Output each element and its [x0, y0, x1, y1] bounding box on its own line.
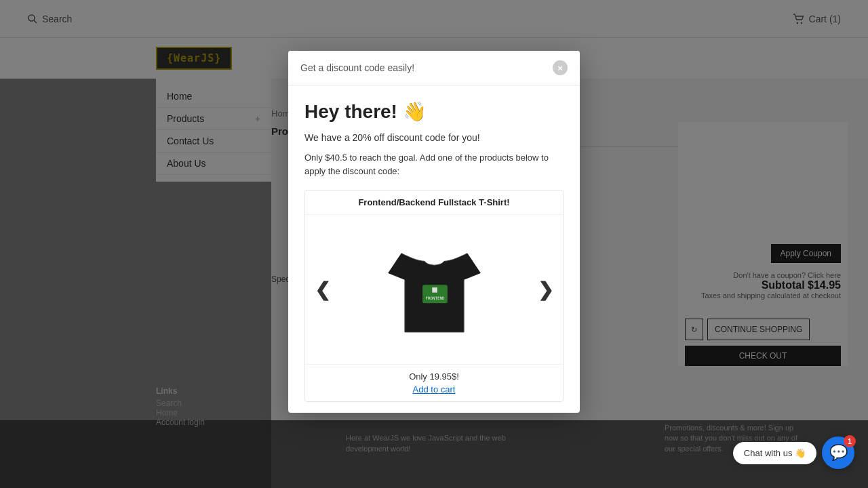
product-price: Only 19.95$! [311, 371, 557, 382]
discount-modal: Get a discount code easily! × Hey there!… [288, 51, 580, 413]
modal-overlay: Get a discount code easily! × Hey there!… [0, 0, 868, 488]
carousel-next-button[interactable]: ❯ [532, 276, 559, 304]
chat-button[interactable]: 💬 1 [822, 436, 854, 469]
product-card-image-area: ❮ ⬜ FRONTEND [305, 215, 563, 364]
chat-label: Chat with us 👋 [733, 442, 816, 464]
add-to-cart-link[interactable]: Add to cart [311, 384, 557, 394]
modal-close-button[interactable]: × [553, 60, 568, 75]
svg-text:FRONTEND: FRONTEND [425, 296, 444, 300]
carousel-prev-button[interactable]: ❮ [309, 276, 336, 304]
modal-heading: Hey there! 👋 [304, 100, 564, 123]
modal-goal-text: Only $40.5 to reach the goal. Add one of… [304, 151, 564, 178]
product-card: Frontend/Backend Fullstack T-Shirt! ❮ [304, 190, 564, 402]
chat-badge: 1 [844, 435, 856, 447]
modal-header-title: Get a discount code easily! [300, 62, 414, 73]
chat-widget: Chat with us 👋 💬 1 [733, 436, 854, 469]
tshirt-svg: ⬜ FRONTEND [382, 232, 487, 347]
modal-body: Hey there! 👋 We have a 20% off discount … [288, 85, 580, 413]
product-image: ⬜ FRONTEND [380, 228, 488, 350]
modal-header: Get a discount code easily! × [288, 51, 580, 85]
product-card-footer: Only 19.95$! Add to cart [305, 364, 563, 401]
product-card-title: Frontend/Backend Fullstack T-Shirt! [305, 190, 563, 215]
chat-icon: 💬 [829, 444, 848, 462]
svg-text:⬜: ⬜ [432, 287, 438, 293]
modal-subtitle: We have a 20% off discount code for you! [304, 132, 564, 143]
